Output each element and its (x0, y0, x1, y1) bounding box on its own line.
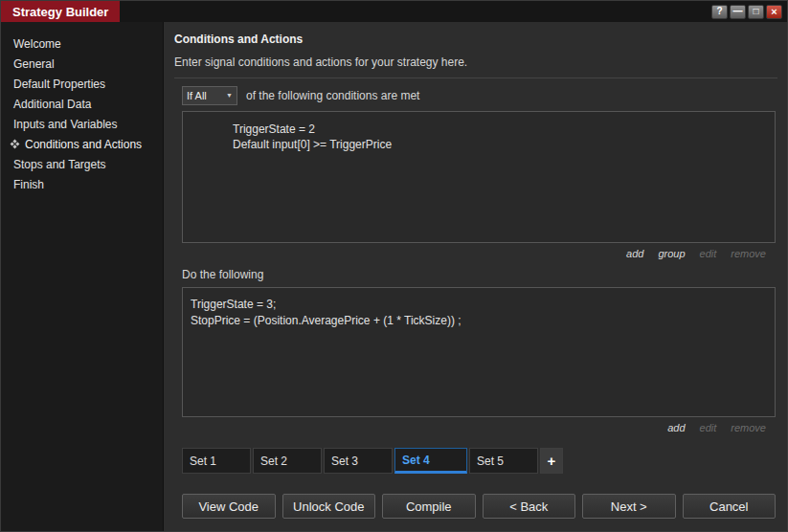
footer-buttons: View Code Unlock Code Compile < Back Nex… (182, 494, 776, 519)
sidebar-item-welcome[interactable]: Welcome (1, 33, 163, 54)
set-tabs: Set 1 Set 2 Set 3 Set 4 Set 5 + (182, 448, 777, 474)
tab-set-2[interactable]: Set 2 (253, 448, 322, 474)
add-set-button[interactable]: + (540, 448, 563, 474)
window-title: Strategy Builder (1, 1, 120, 22)
conditions-list[interactable]: TriggerState = 2 Default input[0] >= Tri… (182, 111, 776, 243)
current-step-diamond-icon (9, 139, 20, 150)
titlebar-drag-area[interactable] (120, 1, 711, 22)
sidebar-item-label: Stops and Targets (13, 158, 106, 171)
condition-mode-dropdown[interactable]: If All ▼ (182, 86, 237, 105)
tab-set-5[interactable]: Set 5 (469, 448, 538, 474)
conditions-remove-link: remove (731, 248, 766, 259)
chevron-down-icon: ▼ (226, 92, 233, 99)
maximize-button[interactable]: □ (748, 5, 764, 19)
sidebar-item-label: Additional Data (13, 98, 91, 111)
conditions-links: add group edit remove (174, 248, 766, 259)
conditions-header: If All ▼ of the following conditions are… (182, 85, 777, 105)
title-bar: Strategy Builder ? — □ × (1, 1, 787, 22)
condition-row[interactable]: TriggerState = 2 (183, 122, 775, 137)
tab-set-1[interactable]: Set 1 (182, 448, 251, 474)
compile-button[interactable]: Compile (382, 494, 476, 519)
condition-row[interactable]: Default input[0] >= TriggerPrice (183, 137, 775, 152)
actions-list[interactable]: TriggerState = 3; StopPrice = (Position.… (182, 287, 776, 417)
sidebar-item-default-properties[interactable]: Default Properties (1, 74, 163, 94)
actions-remove-link: remove (731, 422, 766, 433)
window-controls: ? — □ × (711, 1, 787, 22)
app-body: Welcome General Default Properties Addit… (1, 22, 787, 531)
sidebar-item-label: Conditions and Actions (25, 138, 142, 151)
page-title: Conditions and Actions (174, 33, 777, 46)
sidebar-item-label: Finish (13, 178, 44, 191)
tab-set-3[interactable]: Set 3 (324, 448, 393, 474)
minimize-button[interactable]: — (730, 5, 746, 19)
conditions-edit-link: edit (700, 248, 717, 259)
actions-links: add edit remove (174, 422, 766, 433)
actions-label: Do the following (182, 268, 777, 281)
actions-add-link[interactable]: add (667, 422, 685, 433)
sidebar-item-label: General (13, 57, 55, 71)
sidebar-item-label: Default Properties (13, 78, 105, 91)
sidebar-item-inputs-and-variables[interactable]: Inputs and Variables (1, 114, 163, 134)
action-row[interactable]: StopPrice = (Position.AveragePrice + (1 … (183, 313, 775, 329)
strategy-builder-window: Strategy Builder ? — □ × Welcome General… (0, 0, 788, 532)
conditions-caption: of the following conditions are met (246, 89, 419, 102)
sidebar-item-additional-data[interactable]: Additional Data (1, 94, 163, 114)
conditions-add-link[interactable]: add (626, 248, 643, 259)
next-button[interactable]: Next > (582, 494, 676, 519)
tab-set-4[interactable]: Set 4 (394, 448, 467, 474)
sidebar-item-general[interactable]: General (1, 54, 163, 74)
sidebar-item-label: Welcome (13, 37, 61, 51)
page-description: Enter signal conditions and actions for … (174, 55, 777, 69)
main-content: Conditions and Actions Enter signal cond… (164, 22, 787, 531)
cancel-button[interactable]: Cancel (683, 494, 777, 519)
sidebar-item-stops-and-targets[interactable]: Stops and Targets (1, 154, 163, 174)
action-row[interactable]: TriggerState = 3; (183, 297, 775, 313)
actions-edit-link: edit (700, 422, 717, 433)
close-button[interactable]: × (766, 5, 782, 19)
conditions-group-link[interactable]: group (658, 248, 685, 259)
sidebar-item-conditions-and-actions[interactable]: Conditions and Actions (1, 134, 163, 154)
unlock-code-button[interactable]: Unlock Code (282, 494, 376, 519)
condition-mode-value: If All (187, 90, 207, 101)
wizard-sidebar: Welcome General Default Properties Addit… (1, 22, 164, 531)
section-divider (174, 78, 777, 78)
sidebar-item-finish[interactable]: Finish (1, 174, 163, 194)
help-button[interactable]: ? (711, 5, 728, 19)
view-code-button[interactable]: View Code (182, 494, 276, 519)
sidebar-item-label: Inputs and Variables (13, 118, 118, 131)
back-button[interactable]: < Back (483, 494, 576, 519)
